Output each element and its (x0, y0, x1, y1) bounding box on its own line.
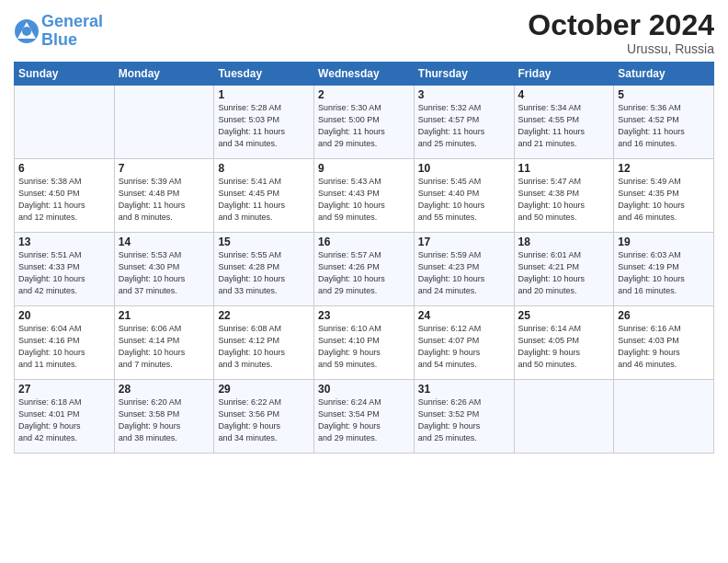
day-info: Sunrise: 6:20 AM Sunset: 3:58 PM Dayligh… (119, 396, 210, 444)
day-cell: 28Sunrise: 6:20 AM Sunset: 3:58 PM Dayli… (114, 380, 214, 454)
day-cell: 26Sunrise: 6:16 AM Sunset: 4:03 PM Dayli… (614, 306, 714, 380)
week-row-2: 6Sunrise: 5:38 AM Sunset: 4:50 PM Daylig… (15, 159, 714, 233)
logo-icon (14, 18, 40, 44)
day-info: Sunrise: 6:16 AM Sunset: 4:03 PM Dayligh… (618, 323, 710, 371)
day-cell: 27Sunrise: 6:18 AM Sunset: 4:01 PM Dayli… (15, 380, 115, 454)
day-cell: 10Sunrise: 5:45 AM Sunset: 4:40 PM Dayli… (414, 159, 514, 233)
day-info: Sunrise: 5:51 AM Sunset: 4:33 PM Dayligh… (18, 249, 110, 297)
day-info: Sunrise: 6:26 AM Sunset: 3:52 PM Dayligh… (418, 396, 510, 444)
day-number: 20 (18, 309, 110, 322)
day-number: 2 (318, 88, 410, 101)
day-info: Sunrise: 5:41 AM Sunset: 4:45 PM Dayligh… (218, 176, 310, 224)
day-cell: 16Sunrise: 5:57 AM Sunset: 4:26 PM Dayli… (314, 233, 415, 306)
day-info: Sunrise: 6:14 AM Sunset: 4:05 PM Dayligh… (518, 323, 610, 371)
day-info: Sunrise: 5:28 AM Sunset: 5:03 PM Dayligh… (218, 102, 310, 150)
day-number: 1 (218, 88, 310, 101)
day-number: 30 (318, 383, 410, 396)
day-cell: 21Sunrise: 6:06 AM Sunset: 4:14 PM Dayli… (114, 306, 214, 380)
week-row-1: 1Sunrise: 5:28 AM Sunset: 5:03 PM Daylig… (15, 86, 714, 159)
day-cell: 18Sunrise: 6:01 AM Sunset: 4:21 PM Dayli… (514, 233, 614, 306)
day-cell: 13Sunrise: 5:51 AM Sunset: 4:33 PM Dayli… (15, 233, 115, 306)
week-row-5: 27Sunrise: 6:18 AM Sunset: 4:01 PM Dayli… (15, 380, 714, 454)
logo-text2: Blue (41, 31, 103, 50)
day-number: 24 (418, 309, 510, 322)
logo-text: General (41, 13, 103, 31)
week-row-4: 20Sunrise: 6:04 AM Sunset: 4:16 PM Dayli… (15, 306, 714, 380)
day-info: Sunrise: 5:59 AM Sunset: 4:23 PM Dayligh… (418, 249, 510, 297)
day-cell: 8Sunrise: 5:41 AM Sunset: 4:45 PM Daylig… (214, 159, 314, 233)
day-cell: 24Sunrise: 6:12 AM Sunset: 4:07 PM Dayli… (414, 306, 514, 380)
day-cell: 9Sunrise: 5:43 AM Sunset: 4:43 PM Daylig… (314, 159, 415, 233)
title-block: October 2024 Urussu, Russia (528, 9, 714, 56)
day-cell: 29Sunrise: 6:22 AM Sunset: 3:56 PM Dayli… (214, 380, 314, 454)
week-row-3: 13Sunrise: 5:51 AM Sunset: 4:33 PM Dayli… (15, 233, 714, 306)
day-info: Sunrise: 5:43 AM Sunset: 4:43 PM Dayligh… (318, 176, 410, 224)
day-cell: 20Sunrise: 6:04 AM Sunset: 4:16 PM Dayli… (15, 306, 115, 380)
day-info: Sunrise: 5:32 AM Sunset: 4:57 PM Dayligh… (418, 102, 510, 150)
location: Urussu, Russia (528, 41, 714, 56)
day-cell: 30Sunrise: 6:24 AM Sunset: 3:54 PM Dayli… (314, 380, 415, 454)
page-container: General Blue October 2024 Urussu, Russia… (0, 0, 728, 458)
day-number: 12 (618, 162, 710, 175)
day-number: 19 (618, 236, 710, 248)
col-sun: Sunday (15, 63, 115, 86)
day-cell: 19Sunrise: 6:03 AM Sunset: 4:19 PM Dayli… (614, 233, 714, 306)
logo: General Blue (14, 13, 103, 50)
day-number: 18 (518, 236, 610, 248)
day-info: Sunrise: 6:03 AM Sunset: 4:19 PM Dayligh… (618, 249, 710, 297)
day-number: 13 (18, 236, 110, 248)
day-number: 15 (218, 236, 310, 248)
col-wed: Wednesday (314, 63, 415, 86)
day-number: 29 (218, 383, 310, 396)
col-tue: Tuesday (214, 63, 314, 86)
day-info: Sunrise: 5:36 AM Sunset: 4:52 PM Dayligh… (618, 102, 710, 150)
day-info: Sunrise: 5:39 AM Sunset: 4:48 PM Dayligh… (119, 176, 210, 224)
day-cell: 14Sunrise: 5:53 AM Sunset: 4:30 PM Dayli… (114, 233, 214, 306)
day-number: 26 (618, 309, 710, 322)
col-mon: Monday (114, 63, 214, 86)
day-cell (614, 380, 714, 454)
day-cell: 3Sunrise: 5:32 AM Sunset: 4:57 PM Daylig… (414, 86, 514, 159)
day-cell: 12Sunrise: 5:49 AM Sunset: 4:35 PM Dayli… (614, 159, 714, 233)
day-info: Sunrise: 6:06 AM Sunset: 4:14 PM Dayligh… (119, 323, 210, 371)
svg-point-2 (22, 27, 31, 36)
day-info: Sunrise: 6:08 AM Sunset: 4:12 PM Dayligh… (218, 323, 310, 371)
day-cell: 22Sunrise: 6:08 AM Sunset: 4:12 PM Dayli… (214, 306, 314, 380)
day-info: Sunrise: 5:30 AM Sunset: 5:00 PM Dayligh… (318, 102, 410, 150)
day-number: 23 (318, 309, 410, 322)
day-info: Sunrise: 5:57 AM Sunset: 4:26 PM Dayligh… (318, 249, 410, 297)
day-info: Sunrise: 5:49 AM Sunset: 4:35 PM Dayligh… (618, 176, 710, 224)
day-info: Sunrise: 6:12 AM Sunset: 4:07 PM Dayligh… (418, 323, 510, 371)
day-number: 11 (518, 162, 610, 175)
day-cell: 25Sunrise: 6:14 AM Sunset: 4:05 PM Dayli… (514, 306, 614, 380)
day-cell: 31Sunrise: 6:26 AM Sunset: 3:52 PM Dayli… (414, 380, 514, 454)
weekday-header-row: Sunday Monday Tuesday Wednesday Thursday… (15, 63, 714, 86)
day-number: 9 (318, 162, 410, 175)
col-sat: Saturday (614, 63, 714, 86)
day-number: 10 (418, 162, 510, 175)
day-cell (15, 86, 115, 159)
day-info: Sunrise: 6:04 AM Sunset: 4:16 PM Dayligh… (18, 323, 110, 371)
day-number: 22 (218, 309, 310, 322)
day-number: 14 (119, 236, 210, 248)
day-info: Sunrise: 5:53 AM Sunset: 4:30 PM Dayligh… (119, 249, 210, 297)
day-info: Sunrise: 5:34 AM Sunset: 4:55 PM Dayligh… (518, 102, 610, 150)
day-cell: 5Sunrise: 5:36 AM Sunset: 4:52 PM Daylig… (614, 86, 714, 159)
day-info: Sunrise: 6:10 AM Sunset: 4:10 PM Dayligh… (318, 323, 410, 371)
day-number: 5 (618, 88, 710, 101)
day-info: Sunrise: 5:47 AM Sunset: 4:38 PM Dayligh… (518, 176, 610, 224)
day-cell (114, 86, 214, 159)
day-number: 8 (218, 162, 310, 175)
day-number: 4 (518, 88, 610, 101)
day-cell: 4Sunrise: 5:34 AM Sunset: 4:55 PM Daylig… (514, 86, 614, 159)
day-cell: 7Sunrise: 5:39 AM Sunset: 4:48 PM Daylig… (114, 159, 214, 233)
day-info: Sunrise: 6:24 AM Sunset: 3:54 PM Dayligh… (318, 396, 410, 444)
col-thu: Thursday (414, 63, 514, 86)
day-info: Sunrise: 6:01 AM Sunset: 4:21 PM Dayligh… (518, 249, 610, 297)
day-number: 28 (119, 383, 210, 396)
calendar-table: Sunday Monday Tuesday Wednesday Thursday… (14, 62, 714, 454)
day-number: 7 (119, 162, 210, 175)
day-info: Sunrise: 5:38 AM Sunset: 4:50 PM Dayligh… (18, 176, 110, 224)
col-fri: Friday (514, 63, 614, 86)
day-cell: 11Sunrise: 5:47 AM Sunset: 4:38 PM Dayli… (514, 159, 614, 233)
